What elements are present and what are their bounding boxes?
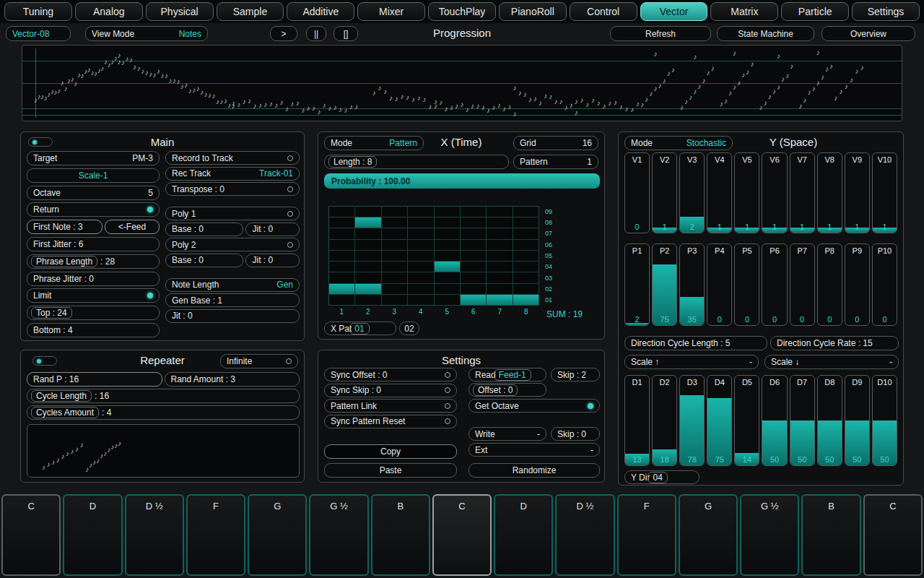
v-slider-5[interactable]: V51 (734, 152, 759, 233)
d-slider-2[interactable]: D218 (652, 375, 677, 466)
grid-cell-8-9[interactable] (513, 207, 539, 217)
grid-cell-1-1[interactable] (329, 295, 354, 305)
gen-base-field[interactable]: Gen Base : 1 (165, 293, 300, 307)
x-pat-2-button[interactable]: 02 (399, 322, 419, 335)
read-skip-field[interactable]: Skip : 2 (551, 368, 600, 381)
poly2-base-field[interactable]: Base : 0 (165, 254, 243, 267)
grid-cell-1-7[interactable] (329, 228, 354, 238)
d-slider-5[interactable]: D514 (734, 375, 759, 466)
grid-cell-3-8[interactable] (382, 217, 407, 228)
v-slider-9[interactable]: V91 (845, 152, 870, 233)
gen-jit-field[interactable]: Jit : 0 (165, 309, 300, 323)
grid-size-field[interactable]: Grid 16 (513, 136, 598, 150)
phrase-length-field[interactable]: Phrase Length : 28 (27, 254, 160, 269)
grid-cell-2-8[interactable] (355, 217, 380, 228)
grid-cell-5-7[interactable] (435, 228, 460, 238)
poly1-jit-field[interactable]: Jit : 0 (245, 223, 300, 236)
v-slider-3[interactable]: V32 (679, 152, 705, 233)
grid-cell-3-5[interactable] (382, 251, 407, 261)
p-slider-4[interactable]: P40 (707, 243, 732, 326)
feed-button[interactable]: <-Feed (105, 220, 160, 234)
grid-cell-2-6[interactable] (355, 240, 380, 250)
grid-cell-5-6[interactable] (435, 240, 460, 250)
rand-amount-field[interactable]: Rand Amount : 3 (165, 372, 300, 387)
key-11-F[interactable]: F (617, 494, 676, 576)
grid-cell-8-2[interactable] (513, 284, 539, 294)
p-slider-3[interactable]: P335 (679, 243, 705, 326)
note-length-row[interactable]: Note Length Gen (165, 278, 300, 292)
d-slider-1[interactable]: D113 (624, 375, 650, 466)
copy-button[interactable]: Copy (324, 444, 457, 459)
direction-cycle-rate-field[interactable]: Direction Cycle Rate : 15 (770, 336, 899, 350)
grid-cell-2-7[interactable] (355, 228, 380, 238)
grid-cell-6-2[interactable] (461, 284, 486, 294)
grid-cell-1-2[interactable] (329, 284, 354, 294)
randomize-button[interactable]: Randomize (468, 463, 600, 478)
limit-top-field[interactable]: Top : 24 (27, 306, 160, 320)
grid-cell-4-8[interactable] (408, 217, 433, 228)
d-slider-4[interactable]: D475 (707, 375, 732, 466)
write-skip-field[interactable]: Skip : 0 (551, 427, 600, 441)
grid-cell-8-1[interactable] (513, 295, 539, 305)
tab-particle[interactable]: Particle (781, 2, 849, 21)
grid-cell-8-6[interactable] (513, 240, 539, 250)
key-3-D½[interactable]: D ½ (125, 494, 184, 576)
grid-cell-4-1[interactable] (408, 295, 433, 305)
v-slider-2[interactable]: V21 (652, 152, 677, 233)
grid-cell-5-5[interactable] (435, 251, 460, 261)
length-field[interactable]: Length : 8 (324, 155, 509, 169)
grid-cell-1-4[interactable] (329, 262, 354, 272)
grid-cell-7-2[interactable] (487, 284, 512, 294)
grid-cell-4-2[interactable] (408, 284, 433, 294)
grid-cell-1-5[interactable] (329, 251, 354, 261)
poly1-base-field[interactable]: Base : 0 (165, 223, 243, 236)
limit-toggle[interactable]: Limit (27, 288, 160, 303)
d-slider-3[interactable]: D378 (679, 375, 705, 466)
key-2-D[interactable]: D (63, 494, 122, 576)
write-target-field[interactable]: Write - (468, 427, 546, 441)
p-slider-10[interactable]: P100 (872, 243, 897, 326)
state-machine-button[interactable]: State Machine (717, 26, 814, 41)
sync-pattern-reset-toggle[interactable]: Sync Pattern Reset (324, 415, 457, 428)
grid-cell-2-4[interactable] (355, 262, 380, 272)
grid-cell-1-6[interactable] (329, 240, 354, 250)
grid-cell-3-3[interactable] (382, 272, 407, 282)
grid-cell-6-6[interactable] (461, 240, 486, 250)
repeater-mode-select[interactable]: Infinite (220, 354, 298, 368)
transpose-field[interactable]: Transpose : 0 (165, 182, 300, 196)
tab-mixer[interactable]: Mixer (357, 2, 425, 21)
key-5-G[interactable]: G (248, 494, 307, 576)
key-7-B[interactable]: B (371, 494, 430, 576)
grid-cell-7-8[interactable] (487, 217, 512, 228)
grid-cell-8-4[interactable] (513, 262, 539, 272)
first-jitter-field[interactable]: First Jitter : 6 (27, 237, 160, 251)
p-slider-6[interactable]: P60 (762, 243, 787, 326)
poly2-jit-field[interactable]: Jit : 0 (245, 254, 300, 267)
ext-field[interactable]: Ext - (468, 443, 600, 457)
grid-cell-5-2[interactable] (435, 284, 460, 294)
scale-up-select[interactable]: Scale ↑ - (624, 355, 759, 369)
key-13-G½[interactable]: G ½ (740, 494, 799, 576)
pause-button[interactable]: || (306, 26, 326, 41)
grid-cell-3-9[interactable] (382, 207, 407, 217)
tab-touchplay[interactable]: TouchPlay (428, 2, 496, 21)
d-slider-10[interactable]: D1050 (872, 375, 897, 466)
grid-cell-6-7[interactable] (461, 228, 486, 238)
refresh-button[interactable]: Refresh (610, 26, 711, 41)
octave-row[interactable]: Octave 5 (27, 186, 160, 200)
grid-cell-7-5[interactable] (487, 251, 512, 261)
p-slider-8[interactable]: P80 (817, 243, 842, 326)
scale-select[interactable]: Scale-1 (27, 168, 160, 183)
v-slider-6[interactable]: V61 (762, 152, 787, 233)
grid-cell-4-7[interactable] (408, 228, 433, 238)
grid-cell-7-9[interactable] (487, 207, 512, 217)
d-slider-8[interactable]: D850 (817, 375, 842, 466)
key-8-C[interactable]: C (432, 494, 492, 576)
target-row[interactable]: Target PM-3 (27, 151, 160, 165)
tab-sample[interactable]: Sample (217, 2, 284, 21)
key-4-F[interactable]: F (186, 494, 245, 576)
return-toggle[interactable]: Return (27, 202, 160, 217)
tab-vector[interactable]: Vector (640, 2, 708, 21)
grid-cell-2-1[interactable] (355, 295, 380, 305)
grid-cell-7-6[interactable] (487, 240, 512, 250)
